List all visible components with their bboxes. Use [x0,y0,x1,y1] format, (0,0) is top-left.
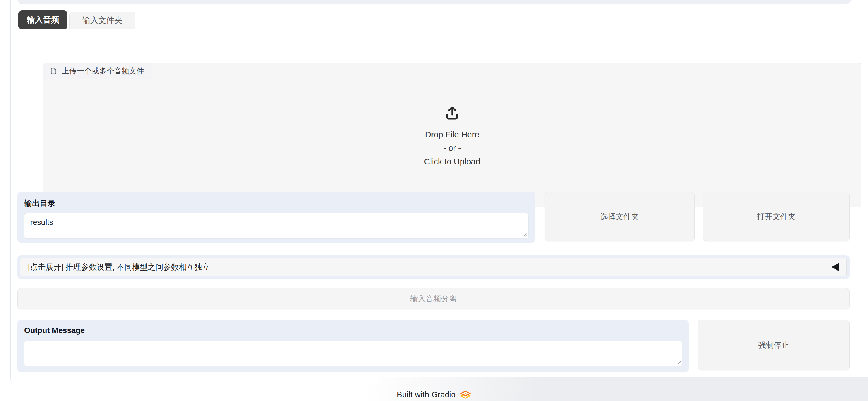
gradio-app: 输入音频 输入文件夹 上传一个或多个音频文件 [0,0,868,401]
upload-icon [443,105,461,123]
gradio-logo-icon [460,391,471,399]
audio-upload-dropzone[interactable]: 上传一个或多个音频文件 Drop File Here - or - Click … [43,63,861,207]
tab-panel-input-audio: 上传一个或多个音频文件 Drop File Here - or - Click … [18,29,850,186]
footer: Built with Gradio [0,388,868,401]
tab-input-folder[interactable]: 输入文件夹 [69,11,135,29]
output-dir-input[interactable]: results [24,213,529,238]
tab-input-audio[interactable]: 输入音频 [19,10,67,29]
select-folder-button-label: 选择文件夹 [600,211,639,222]
or-text: - or - [443,142,461,154]
accordion-header[interactable]: [点击展开] 推理参数设置, 不同模型之间参数相互独立 [20,258,847,276]
select-folder-button[interactable]: 选择文件夹 [545,192,694,241]
inference-params-accordion: [点击展开] 推理参数设置, 不同模型之间参数相互独立 [17,255,849,279]
separate-audio-button-label: 输入音频分离 [410,294,457,304]
force-stop-button[interactable]: 强制停止 [698,320,849,370]
separate-audio-button[interactable]: 输入音频分离 [17,288,849,309]
open-folder-button[interactable]: 打开文件夹 [703,192,849,241]
output-message-block: Output Message [17,320,689,372]
drop-file-here-text: Drop File Here [425,129,479,141]
built-with-gradio-text: Built with Gradio [397,390,456,399]
tab-input-audio-label: 输入音频 [27,14,59,25]
tab-input-folder-label: 输入文件夹 [82,15,122,26]
output-dir-label: 输出目录 [24,198,55,208]
accordion-label: [点击展开] 推理参数设置, 不同模型之间参数相互独立 [28,262,831,272]
click-to-upload-text: Click to Upload [424,156,480,168]
force-stop-button-label: 强制停止 [758,340,789,350]
cut-off-block-above [18,0,851,4]
output-message-label: Output Message [24,326,85,335]
output-dir-block: 输出目录 results [17,192,535,242]
open-folder-button-label: 打开文件夹 [757,211,796,222]
accordion-collapsed-arrow-icon [831,263,839,271]
upload-instructions: Drop File Here - or - Click to Upload [43,63,861,207]
built-with-gradio-link[interactable]: Built with Gradio [397,390,471,399]
output-message-input[interactable] [24,340,682,366]
